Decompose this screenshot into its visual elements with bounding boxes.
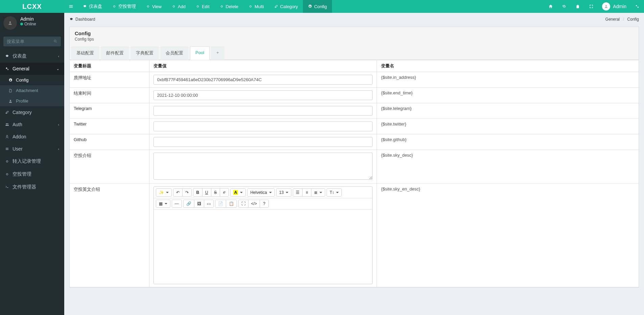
edit-tab[interactable]: Edit	[191, 0, 214, 13]
sidebar-attachment[interactable]: Attachment	[0, 85, 64, 96]
dashboard-icon	[83, 4, 87, 8]
image-button[interactable]: 🖼	[194, 200, 204, 207]
fullscreen-button[interactable]	[585, 0, 598, 13]
value-input[interactable]	[153, 106, 373, 116]
font-select[interactable]: Helvetica	[247, 189, 274, 196]
editor-body[interactable]	[154, 209, 373, 284]
sidebar-toggle[interactable]	[64, 0, 78, 13]
video-button[interactable]: ▭	[204, 200, 213, 207]
redo-button[interactable]: ↷	[182, 189, 191, 196]
svg-point-4	[221, 6, 222, 7]
attach-button[interactable]: 📋	[226, 200, 237, 207]
value-input[interactable]	[153, 75, 373, 85]
config-tab-1[interactable]: 邮件配置	[101, 46, 129, 60]
multi-tab[interactable]: Multi	[243, 0, 269, 13]
top-header: LCXX 仪表盘空投管理ViewAddEditDeleteMultiCatego…	[0, 0, 644, 13]
leaf-icon	[274, 4, 278, 8]
magic-button[interactable]: ✨	[156, 189, 171, 196]
table-row: Twitter{$site.twitter}	[70, 119, 639, 134]
svg-point-16	[6, 161, 8, 162]
sidebar-category[interactable]: Category	[0, 106, 64, 118]
fontsize-select[interactable]: 13	[277, 189, 291, 196]
table-button[interactable]: ▦	[156, 200, 170, 207]
category-tab[interactable]: Category	[269, 0, 303, 13]
tab-label: 空投管理	[118, 3, 136, 9]
home-button[interactable]	[544, 0, 557, 13]
svg-point-10	[54, 40, 56, 42]
config-tab-3[interactable]: 会员配置	[160, 46, 189, 60]
svg-point-17	[6, 174, 8, 175]
bold-button[interactable]: B	[193, 188, 202, 196]
config-tab-0[interactable]: 基础配置	[71, 46, 99, 60]
svg-point-6	[605, 5, 607, 6]
user-panel-avatar	[3, 16, 17, 30]
sidebar-general[interactable]: General⌄	[0, 63, 64, 75]
config-tab[interactable]: Config	[303, 0, 332, 13]
user-name-label: Admin	[613, 4, 626, 9]
ul-button[interactable]: ☰	[293, 189, 302, 196]
sidebar-item-label: Auth	[13, 122, 22, 127]
svg-point-14	[6, 123, 7, 125]
code-button[interactable]: </>	[248, 200, 260, 207]
sidebar-user[interactable]: User‹	[0, 143, 64, 155]
config-tab-2[interactable]: 字典配置	[130, 46, 159, 60]
sidebar-filemgr[interactable]: 文件管理器	[0, 181, 64, 194]
brand-logo[interactable]: LCXX	[0, 0, 64, 13]
fullscreen-editor-button[interactable]: ⛶	[239, 200, 248, 207]
trash-button[interactable]	[571, 0, 585, 13]
sidebar-airdrop[interactable]: 空投管理	[0, 168, 64, 181]
lineheight-button[interactable]: T↕	[327, 189, 341, 196]
value-textarea[interactable]	[153, 153, 373, 180]
sidebar-config[interactable]: Config	[0, 75, 64, 85]
align-button[interactable]: ≣	[311, 189, 325, 196]
sidebar-auth[interactable]: Auth‹	[0, 118, 64, 131]
circle-icon	[112, 4, 116, 8]
add-tab-button[interactable]: +	[211, 46, 224, 60]
refresh-button[interactable]	[557, 0, 571, 13]
tab-label: View	[152, 4, 162, 9]
dashboard-tab[interactable]: 仪表盘	[78, 0, 107, 13]
sidebar-search	[3, 37, 61, 46]
chevron-left-icon: ‹	[58, 54, 59, 58]
search-icon[interactable]	[53, 39, 57, 44]
tab-label: Add	[178, 4, 186, 9]
sidebar-profile[interactable]: Profile	[0, 96, 64, 106]
color-button[interactable]: A	[231, 189, 246, 196]
circle-icon	[196, 4, 200, 8]
config-tabs: 基础配置邮件配置字典配置会员配置Pool+	[69, 45, 639, 60]
gear-icon	[308, 4, 312, 8]
view-tab[interactable]: View	[141, 0, 167, 13]
breadcrumb-general[interactable]: General	[605, 17, 620, 22]
clear-format-button[interactable]: ℯ	[220, 188, 229, 196]
circle-icon	[5, 172, 9, 176]
row-title: Telegram	[70, 103, 149, 119]
user-menu[interactable]: Admin	[598, 0, 630, 13]
value-input[interactable]	[153, 137, 373, 147]
hr-button[interactable]: —	[172, 200, 182, 207]
config-tab-4[interactable]: Pool	[190, 46, 210, 60]
settings-button[interactable]	[630, 0, 644, 13]
underline-button[interactable]: U	[202, 188, 211, 196]
file-button[interactable]: 📄	[215, 200, 226, 207]
strike-button[interactable]: S	[211, 188, 220, 196]
row-title: 质押地址	[70, 72, 149, 88]
col-value: 变量值	[149, 60, 377, 72]
airdrop-tab[interactable]: 空投管理	[107, 0, 141, 13]
sidebar-transfer[interactable]: 转入记录管理	[0, 155, 64, 168]
undo-button[interactable]: ↶	[173, 189, 182, 196]
breadcrumb-left[interactable]: Dashboard	[69, 17, 95, 22]
user-icon	[8, 99, 13, 103]
breadcrumb-left-label: Dashboard	[75, 17, 95, 22]
value-input[interactable]	[153, 121, 373, 131]
ol-button[interactable]: ≡	[302, 189, 311, 196]
row-title: 空投英文介绍	[70, 184, 149, 287]
sidebar-addon[interactable]: Addon	[0, 131, 64, 143]
sidebar-dashboard[interactable]: 仪表盘‹	[0, 50, 64, 63]
add-tab[interactable]: Add	[167, 0, 191, 13]
delete-tab[interactable]: Delete	[215, 0, 244, 13]
help-button[interactable]: ?	[260, 200, 268, 207]
search-input[interactable]	[3, 37, 61, 46]
link-button[interactable]: 🔗	[184, 200, 194, 207]
value-input[interactable]	[153, 90, 373, 100]
tab-label: Edit	[202, 4, 209, 9]
